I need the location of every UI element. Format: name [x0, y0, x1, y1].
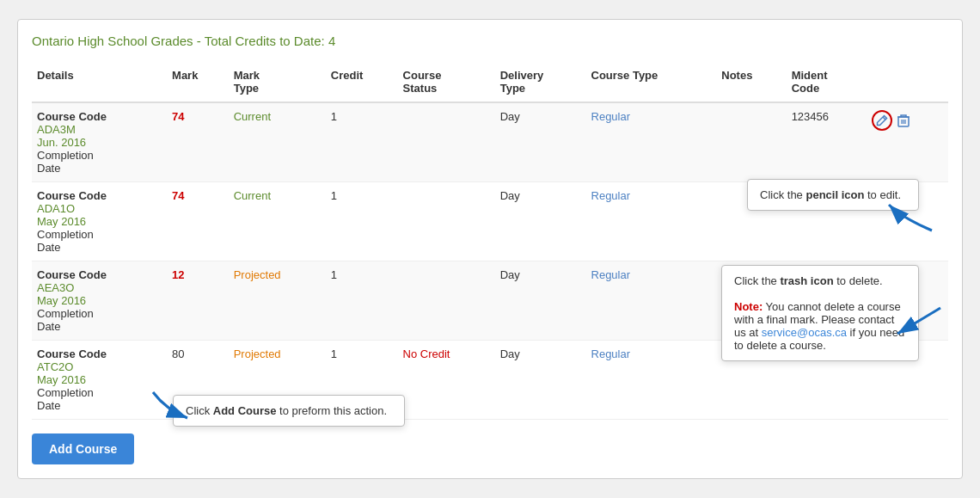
- credit-cell: 1: [326, 182, 398, 261]
- col-course-type: Course Type: [586, 62, 717, 102]
- table-row: Course Code ADA3M Jun. 2016 Completion D…: [32, 102, 948, 182]
- delivery-type-cell: Day: [495, 341, 586, 420]
- col-delivery-type: DeliveryType: [495, 62, 586, 102]
- arrow-svg: [885, 200, 936, 235]
- mark-cell: 74: [167, 182, 229, 261]
- arrow-svg: [149, 388, 192, 422]
- col-notes: Notes: [716, 62, 786, 102]
- col-mark-type: MarkType: [229, 62, 326, 102]
- addcourse-tooltip: Click Add Course to preform this action.: [173, 395, 405, 427]
- edit-button[interactable]: [872, 110, 892, 131]
- col-actions: [867, 62, 948, 102]
- delivery-type-cell: Day: [495, 182, 586, 261]
- main-container: Ontario High School Grades - Total Credi…: [17, 19, 963, 479]
- pencil-arrow: [885, 200, 936, 237]
- course-status-cell: [398, 182, 495, 261]
- page-title: Ontario High School Grades - Total Credi…: [32, 34, 948, 48]
- pencil-icon: [876, 114, 888, 126]
- detail-cell: Course Code ADA3M Jun. 2016 Completion D…: [32, 102, 167, 182]
- course-status-cell: [398, 261, 495, 341]
- trash-tooltip: Click the trash icon to delete. Note: Yo…: [721, 265, 919, 361]
- col-details: Details: [32, 62, 167, 102]
- course-type-cell: Regular: [586, 102, 717, 182]
- course-type-cell: Regular: [586, 261, 717, 341]
- course-type-cell: Regular: [586, 341, 717, 420]
- arrow-svg: [893, 304, 945, 338]
- delete-button[interactable]: [897, 114, 910, 127]
- action-cell: [867, 102, 948, 182]
- col-mident-code: MidentCode: [787, 62, 867, 102]
- detail-cell: Course Code ADA1O May 2016 Completion Da…: [32, 182, 167, 261]
- mident-cell: 123456: [787, 102, 867, 182]
- grades-table: Details Mark MarkType Credit CourseStatu…: [32, 62, 948, 420]
- mark-type-cell: Projected: [229, 261, 326, 341]
- mark-cell: 12: [167, 261, 229, 341]
- add-course-button[interactable]: Add Course: [32, 433, 134, 464]
- mark-cell: 74: [167, 102, 229, 182]
- addcourse-arrow: [149, 388, 192, 425]
- detail-cell: Course Code ATC2O May 2016 Completion Da…: [32, 341, 167, 420]
- mark-type-cell: Current: [229, 102, 326, 182]
- credit-cell: 1: [326, 261, 398, 341]
- detail-cell: Course Code AEA3O May 2016 Completion Da…: [32, 261, 167, 341]
- mark-type-cell: Current: [229, 182, 326, 261]
- col-mark: Mark: [167, 62, 229, 102]
- delivery-type-cell: Day: [495, 102, 586, 182]
- course-status-cell: No Credit: [398, 341, 495, 420]
- trash-icon: [897, 114, 910, 127]
- credit-cell: 1: [326, 102, 398, 182]
- notes-cell: [716, 102, 786, 182]
- delivery-type-cell: Day: [495, 261, 586, 341]
- course-status-cell: [398, 102, 495, 182]
- col-credit: Credit: [326, 62, 398, 102]
- course-type-cell: Regular: [586, 182, 717, 261]
- col-course-status: CourseStatus: [398, 62, 495, 102]
- trash-arrow: [893, 304, 945, 341]
